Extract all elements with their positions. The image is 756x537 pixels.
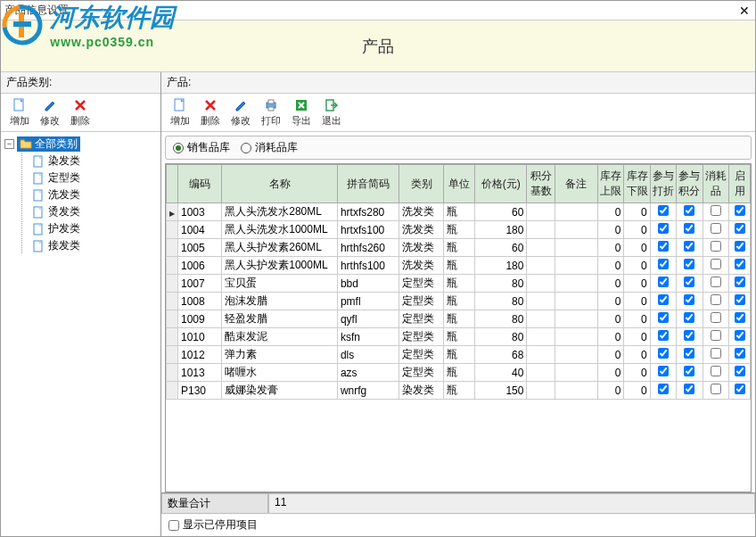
sidebar-add-button[interactable]: 增加 bbox=[4, 95, 35, 129]
column-header[interactable]: 类别 bbox=[399, 165, 444, 203]
count-value: 11 bbox=[268, 493, 755, 514]
tree-node-category[interactable]: 定型类 bbox=[17, 169, 159, 186]
grid-checkbox[interactable] bbox=[658, 312, 669, 323]
column-header[interactable]: 库存上限 bbox=[598, 165, 624, 203]
grid-checkbox[interactable] bbox=[711, 330, 721, 341]
grid-checkbox[interactable] bbox=[684, 223, 694, 234]
column-header[interactable]: 单位 bbox=[443, 165, 474, 203]
column-header[interactable]: 参与积分 bbox=[677, 165, 703, 203]
grid-checkbox[interactable] bbox=[684, 348, 694, 359]
main-delete-button[interactable]: 删除 bbox=[195, 95, 226, 129]
grid-checkbox[interactable] bbox=[711, 205, 721, 216]
sidebar-edit-button[interactable]: 修改 bbox=[35, 95, 65, 129]
grid-checkbox[interactable] bbox=[711, 241, 721, 252]
table-row[interactable]: 1006黑人头护发素1000MLhrthfs100洗发类瓶18000 bbox=[167, 257, 751, 275]
grid-checkbox[interactable] bbox=[711, 348, 721, 359]
grid-checkbox[interactable] bbox=[711, 384, 721, 394]
column-header[interactable]: 启用 bbox=[729, 165, 751, 203]
grid-checkbox[interactable] bbox=[658, 294, 669, 305]
radio-sales-stock[interactable]: 销售品库 bbox=[173, 140, 230, 155]
radio-on-icon bbox=[173, 143, 184, 153]
table-row[interactable]: 1008泡沫发腊pmfl定型类瓶8000 bbox=[167, 293, 751, 310]
file-icon bbox=[33, 189, 45, 202]
grid-checkbox[interactable] bbox=[711, 366, 721, 376]
grid-checkbox[interactable] bbox=[684, 330, 694, 341]
grid-checkbox[interactable] bbox=[711, 259, 721, 269]
grid-checkbox[interactable] bbox=[658, 384, 669, 394]
grid-checkbox[interactable] bbox=[658, 348, 669, 359]
table-row[interactable]: P130威娜染发膏wnrfg染发类瓶15000 bbox=[167, 382, 751, 400]
grid-checkbox[interactable] bbox=[658, 205, 669, 216]
main-exit-button[interactable]: 退出 bbox=[316, 95, 347, 129]
table-row[interactable]: 1003黑人头洗发水280MLhrtxfs280洗发类瓶6000 bbox=[167, 203, 751, 221]
grid-checkbox[interactable] bbox=[684, 294, 694, 305]
grid-checkbox[interactable] bbox=[735, 384, 745, 394]
column-header[interactable]: 库存下限 bbox=[624, 165, 650, 203]
delete-icon bbox=[201, 97, 219, 113]
grid-checkbox[interactable] bbox=[711, 294, 721, 305]
grid-checkbox[interactable] bbox=[735, 241, 745, 252]
tree-node-category[interactable]: 洗发类 bbox=[17, 186, 159, 203]
grid-checkbox[interactable] bbox=[735, 366, 745, 376]
column-header[interactable]: 消耗品 bbox=[703, 165, 728, 203]
grid-checkbox[interactable] bbox=[684, 259, 694, 269]
column-header[interactable]: 价格(元) bbox=[475, 165, 527, 203]
grid-checkbox[interactable] bbox=[658, 241, 669, 252]
main-print-button[interactable]: 打印 bbox=[256, 95, 286, 129]
grid-checkbox[interactable] bbox=[684, 241, 694, 252]
grid-checkbox[interactable] bbox=[684, 205, 694, 216]
column-header[interactable]: 积分基数 bbox=[527, 165, 555, 203]
product-grid[interactable]: 编码名称拼音简码类别单位价格(元)积分基数备注库存上限库存下限参与打折参与积分消… bbox=[165, 163, 752, 492]
tree-node-category[interactable]: 护发类 bbox=[17, 220, 159, 237]
grid-checkbox[interactable] bbox=[684, 277, 694, 287]
table-row[interactable]: 1005黑人头护发素260MLhrthfs260洗发类瓶6000 bbox=[167, 239, 751, 257]
sidebar-delete-button[interactable]: 删除 bbox=[65, 95, 95, 129]
column-header[interactable]: 名称 bbox=[222, 165, 338, 203]
grid-checkbox[interactable] bbox=[658, 366, 669, 376]
svg-rect-14 bbox=[268, 107, 274, 111]
grid-checkbox[interactable] bbox=[684, 384, 694, 394]
grid-checkbox[interactable] bbox=[658, 277, 669, 287]
collapse-icon[interactable]: − bbox=[4, 139, 14, 149]
file-icon bbox=[33, 223, 45, 235]
show-disabled-checkbox[interactable] bbox=[168, 520, 179, 531]
grid-checkbox[interactable] bbox=[735, 205, 745, 216]
table-row[interactable]: 1004黑人头洗发水1000MLhrtxfs100洗发类瓶18000 bbox=[167, 221, 751, 239]
grid-checkbox[interactable] bbox=[711, 223, 721, 234]
grid-checkbox[interactable] bbox=[658, 223, 669, 234]
table-row[interactable]: 1007宝贝蛋bbd定型类瓶8000 bbox=[167, 275, 751, 293]
tree-node-category[interactable]: 接发类 bbox=[17, 237, 159, 254]
grid-checkbox[interactable] bbox=[711, 312, 721, 323]
table-row[interactable]: 1009轻盈发腊qyfl定型类瓶8000 bbox=[167, 310, 751, 328]
grid-checkbox[interactable] bbox=[735, 330, 745, 341]
tree-node-category[interactable]: 烫发类 bbox=[17, 203, 159, 220]
grid-checkbox[interactable] bbox=[711, 277, 721, 287]
column-header[interactable]: 编码 bbox=[178, 165, 222, 203]
grid-checkbox[interactable] bbox=[735, 312, 745, 323]
radio-consume-stock[interactable]: 消耗品库 bbox=[241, 140, 298, 155]
grid-checkbox[interactable] bbox=[735, 259, 745, 269]
table-row[interactable]: 1013啫喱水azs定型类瓶4000 bbox=[167, 364, 751, 382]
grid-checkbox[interactable] bbox=[658, 330, 669, 341]
grid-checkbox[interactable] bbox=[735, 294, 745, 305]
column-header[interactable]: 参与打折 bbox=[650, 165, 676, 203]
grid-checkbox[interactable] bbox=[735, 348, 745, 359]
grid-checkbox[interactable] bbox=[658, 259, 669, 269]
column-header[interactable]: 备注 bbox=[555, 165, 597, 203]
main-add-button[interactable]: 增加 bbox=[165, 95, 195, 129]
table-row[interactable]: 1012弹力素dls定型类瓶6800 bbox=[167, 346, 751, 364]
grid-checkbox[interactable] bbox=[735, 277, 745, 287]
tree-root[interactable]: − 全部类别 bbox=[3, 136, 159, 153]
close-icon[interactable]: ✕ bbox=[737, 4, 752, 18]
main-export-button[interactable]: 导出 bbox=[286, 95, 316, 129]
grid-checkbox[interactable] bbox=[684, 312, 694, 323]
svg-rect-3 bbox=[13, 21, 31, 27]
grid-checkbox[interactable] bbox=[735, 223, 745, 234]
sidebar: 产品类别: 增加 修改 删除 − 全部类别 染发类 bbox=[1, 72, 161, 536]
tree-node-category[interactable]: 染发类 bbox=[17, 153, 159, 169]
main-edit-button[interactable]: 修改 bbox=[226, 95, 256, 129]
file-icon bbox=[33, 155, 45, 168]
column-header[interactable]: 拼音简码 bbox=[337, 165, 399, 203]
table-row[interactable]: 1010酷束发泥ksfn定型类瓶8000 bbox=[167, 328, 751, 346]
grid-checkbox[interactable] bbox=[684, 366, 694, 376]
